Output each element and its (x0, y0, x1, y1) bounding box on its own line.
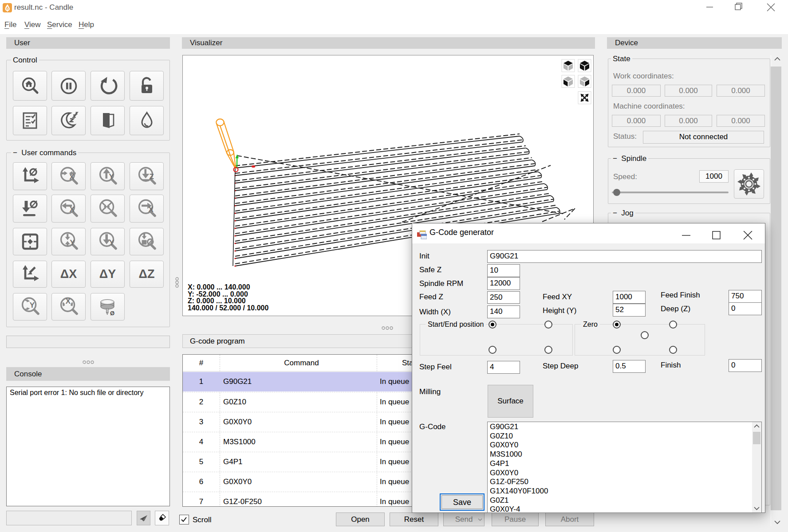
svg-text:X: X (65, 297, 71, 305)
svg-text:Z: Z (149, 172, 154, 181)
svg-text:Z: 0.000 ... 10.000: Z: 0.000 ... 10.000 (188, 297, 246, 305)
svg-text:Y: Y (109, 239, 114, 247)
svg-text:Y: Y (29, 301, 34, 309)
svg-text:X: 0.000 ... 140.000: X: 0.000 ... 140.000 (188, 283, 250, 291)
svg-text:Y: -52.000 ... 0.000: Y: -52.000 ... 0.000 (188, 290, 248, 298)
svg-text:Y: Y (70, 239, 75, 247)
svg-text:X: X (69, 205, 75, 214)
svg-text:140.000 / 52.000 / 10.000: 140.000 / 52.000 / 10.000 (188, 304, 268, 312)
svg-text:Ø: Ø (110, 310, 114, 317)
svg-text:X: X (148, 205, 154, 214)
svg-text:Y: Y (109, 172, 114, 181)
svg-text:X: X (69, 173, 75, 181)
